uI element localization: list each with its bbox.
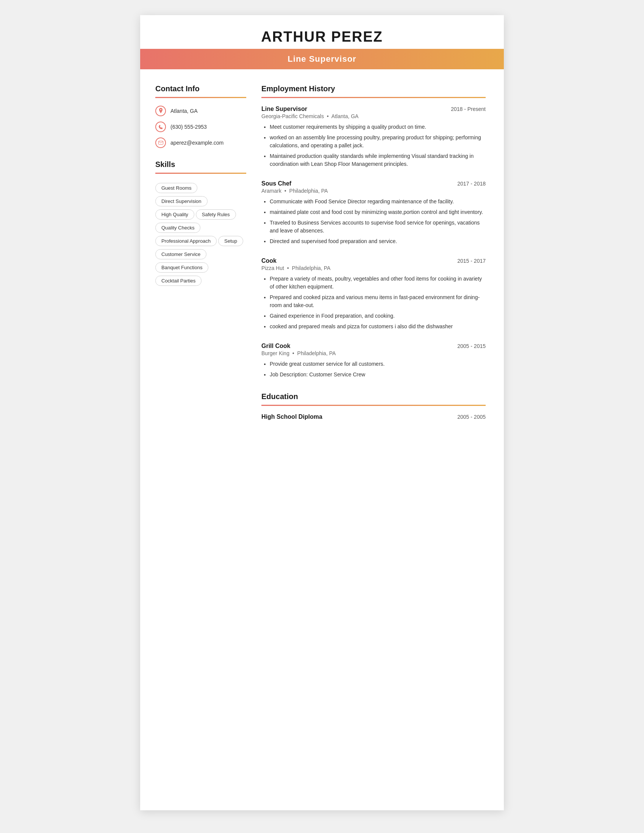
job-bullet-item: Maintained production quality standards … <box>270 152 486 168</box>
employment-divider <box>261 97 486 98</box>
skills-divider <box>155 173 246 174</box>
skill-tag: High Quality <box>155 209 194 220</box>
job-title: Grill Cook <box>261 343 290 349</box>
job-bullet-item: maintained plate cost and food cost by m… <box>270 208 486 216</box>
job-title: Sous Chef <box>261 180 291 187</box>
education-section-title: Education <box>261 392 486 401</box>
candidate-title: Line Supervisor <box>288 54 356 64</box>
contact-email: aperez@example.com <box>155 137 246 148</box>
education-block: High School Diploma2005 - 2005 <box>261 413 486 420</box>
job-header: Cook2015 - 2017 <box>261 257 486 264</box>
job-company: Aramark • Philadelphia, PA <box>261 188 486 194</box>
job-bullet-item: Meet customer requirements by shipping a… <box>270 123 486 131</box>
contact-section-title: Contact Info <box>155 84 246 93</box>
job-dates: 2005 - 2015 <box>457 343 486 349</box>
email-icon <box>155 137 166 148</box>
edu-dates: 2005 - 2005 <box>457 414 486 420</box>
employment-section: Employment History Line Supervisor2018 -… <box>261 84 486 379</box>
skills-section-title: Skills <box>155 160 246 169</box>
bullet-sep: • <box>293 350 295 356</box>
job-bullet-item: Communicate with Food Service Director r… <box>270 198 486 206</box>
jobs-container: Line Supervisor2018 - PresentGeorgia-Pac… <box>261 106 486 379</box>
education-section: Education High School Diploma2005 - 2005 <box>261 392 486 420</box>
left-column: Contact Info Atlanta, GA <box>155 84 246 434</box>
job-title: Cook <box>261 257 277 264</box>
skill-tag: Quality Checks <box>155 223 200 233</box>
job-dates: 2018 - Present <box>451 106 486 112</box>
job-block: Sous Chef2017 - 2018Aramark • Philadelph… <box>261 180 486 245</box>
job-company: Pizza Hut • Philadelphia, PA <box>261 265 486 271</box>
skill-tag: Banquet Functions <box>155 262 208 273</box>
job-bullet-item: Job Description: Customer Service Crew <box>270 371 486 379</box>
job-bullets: Communicate with Food Service Director r… <box>261 198 486 245</box>
job-header: Grill Cook2005 - 2015 <box>261 343 486 349</box>
edu-degree: High School Diploma <box>261 413 322 420</box>
skill-tag: Safety Rules <box>196 209 236 220</box>
location-text: Atlanta, GA <box>171 108 198 114</box>
job-company: Georgia-Pacific Chemicals • Atlanta, GA <box>261 113 486 119</box>
skill-tag: Guest Rooms <box>155 183 197 193</box>
phone-icon <box>155 122 166 132</box>
skill-tag: Direct Supervision <box>155 196 208 206</box>
job-header: Line Supervisor2018 - Present <box>261 106 486 113</box>
phone-text: (630) 555-2953 <box>171 124 207 130</box>
job-bullet-item: Gained experience in Food preparation, a… <box>270 312 486 320</box>
education-container: High School Diploma2005 - 2005 <box>261 413 486 420</box>
job-bullets: Meet customer requirements by shipping a… <box>261 123 486 168</box>
job-block: Cook2015 - 2017Pizza Hut • Philadelphia,… <box>261 257 486 331</box>
contact-divider <box>155 97 246 98</box>
skill-tag: Cocktail Parties <box>155 276 201 286</box>
job-bullet-item: Prepared and cooked pizza and various me… <box>270 293 486 309</box>
job-dates: 2015 - 2017 <box>457 258 486 264</box>
job-bullets: Provide great customer service for all c… <box>261 360 486 379</box>
contact-section: Contact Info Atlanta, GA <box>155 84 246 148</box>
bullet-sep: • <box>327 113 329 119</box>
job-bullet-item: Directed and supervised food preparation… <box>270 237 486 245</box>
skill-tag: Setup <box>218 236 243 246</box>
email-text: aperez@example.com <box>171 140 224 146</box>
job-title: Line Supervisor <box>261 106 307 113</box>
skill-tag: Customer Service <box>155 249 206 259</box>
job-header: Sous Chef2017 - 2018 <box>261 180 486 187</box>
candidate-name: ARTHUR PEREZ <box>140 15 504 49</box>
resume-page: ARTHUR PEREZ Line Supervisor Contact Inf… <box>140 15 504 810</box>
contact-phone: (630) 555-2953 <box>155 122 246 132</box>
job-bullet-item: Provide great customer service for all c… <box>270 360 486 368</box>
location-icon <box>155 106 166 116</box>
employment-section-title: Employment History <box>261 84 486 93</box>
job-bullet-item: Traveled to Business Services accounts t… <box>270 219 486 235</box>
job-block: Grill Cook2005 - 2015Burger King • Phila… <box>261 343 486 379</box>
bullet-sep: • <box>287 265 289 271</box>
job-bullet-item: cooked and prepared meals and pizza for … <box>270 323 486 331</box>
job-bullets: Prepare a variety of meats, poultry, veg… <box>261 275 486 331</box>
bullet-sep: • <box>285 188 287 194</box>
header-bar: Line Supervisor <box>140 49 504 69</box>
skills-section: Skills Guest RoomsDirect SupervisionHigh… <box>155 160 246 287</box>
body-layout: Contact Info Atlanta, GA <box>140 69 504 434</box>
job-company: Burger King • Philadelphia, PA <box>261 350 486 356</box>
skill-tag: Professional Approach <box>155 236 217 246</box>
education-divider <box>261 405 486 406</box>
contact-location: Atlanta, GA <box>155 106 246 116</box>
job-block: Line Supervisor2018 - PresentGeorgia-Pac… <box>261 106 486 168</box>
job-bullet-item: worked on an assembly line processing po… <box>270 133 486 150</box>
job-bullet-item: Prepare a variety of meats, poultry, veg… <box>270 275 486 291</box>
skills-tags-container: Guest RoomsDirect SupervisionHigh Qualit… <box>155 182 246 287</box>
job-dates: 2017 - 2018 <box>457 181 486 187</box>
right-column: Employment History Line Supervisor2018 -… <box>261 84 486 434</box>
